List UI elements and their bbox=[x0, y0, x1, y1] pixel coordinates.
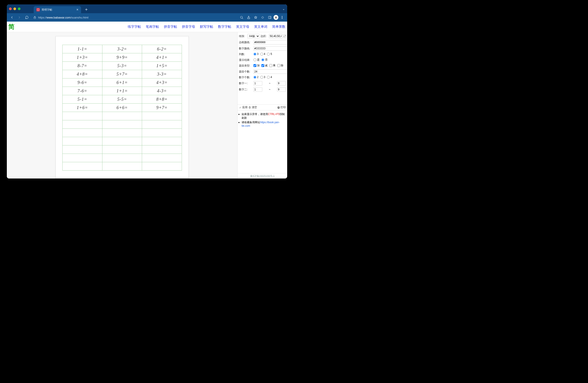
type-checkbox[interactable]: 除 bbox=[277, 64, 283, 68]
num2-label: 数字二: bbox=[239, 88, 252, 91]
type-checkbox[interactable]: 减 bbox=[261, 64, 268, 68]
margin-input[interactable] bbox=[269, 34, 283, 38]
nav-link[interactable]: 笔画字帖 bbox=[146, 25, 159, 29]
num2-max-input[interactable] bbox=[277, 87, 286, 92]
nav-link[interactable]: 英文单词 bbox=[254, 25, 267, 29]
worksheet-grid: 1-1=3-2=6-2=1+3=9+9=4+1=8-7=5-3=1+5=4+8=… bbox=[62, 45, 182, 171]
worksheet-cell bbox=[63, 129, 102, 137]
maximize-window-button[interactable] bbox=[18, 7, 21, 10]
worksheet-cell bbox=[102, 145, 142, 154]
back-button[interactable] bbox=[9, 14, 15, 21]
svg-rect-3 bbox=[269, 16, 271, 19]
worksheet-cell: 4-3= bbox=[142, 87, 182, 95]
showres-option[interactable]: 否 bbox=[261, 58, 268, 62]
count-input[interactable] bbox=[253, 69, 287, 74]
note-item: 如果显示异常，请使用CTRL+F5强制刷新 bbox=[242, 113, 286, 120]
preview-pane[interactable]: 1-1=3-2=6-2=1+3=9+9=4+1=8-7=5-3=1+5=4+8=… bbox=[7, 32, 237, 179]
worksheet-cell bbox=[142, 129, 182, 137]
note-item: 请收藏备用网址https://book.yan-tie.com bbox=[242, 121, 286, 127]
svg-point-6 bbox=[282, 18, 282, 19]
titlebar: 简明字帖 × ＋ ⌄ bbox=[7, 4, 287, 13]
worksheet-cell bbox=[63, 112, 102, 120]
sidepanel-button[interactable] bbox=[267, 14, 273, 21]
url-field[interactable]: https://www.babawar.com/suanshu.html bbox=[31, 14, 237, 21]
zoom-button[interactable] bbox=[238, 14, 245, 21]
menu-button[interactable] bbox=[279, 14, 285, 21]
showres-option[interactable]: 是 bbox=[253, 58, 260, 62]
num1-max-input[interactable] bbox=[277, 81, 286, 86]
print-button[interactable]: 打印 bbox=[277, 106, 286, 109]
worksheet-cell: 8-7= bbox=[63, 62, 102, 70]
address-bar: https://www.babawar.com/suanshu.html X bbox=[7, 13, 287, 22]
num1-min-input[interactable] bbox=[253, 81, 262, 86]
extensions-button[interactable] bbox=[259, 14, 266, 21]
tab-title: 简明字帖 bbox=[42, 8, 52, 12]
num1-label: 数字一: bbox=[239, 82, 252, 85]
worksheet-cell: 9+9= bbox=[102, 53, 142, 62]
cols-option[interactable]: 4 bbox=[260, 52, 265, 56]
nav-link[interactable]: 拼音字帖 bbox=[164, 25, 177, 29]
worksheet-cell: 4+1= bbox=[142, 53, 182, 62]
range-separator: ~ bbox=[263, 88, 276, 91]
nav-link[interactable]: 英文字母 bbox=[236, 25, 249, 29]
worksheet-cell: 3-3= bbox=[142, 70, 182, 78]
type-checkbox[interactable]: 乘 bbox=[269, 64, 275, 68]
worksheet-cell: 1+3= bbox=[63, 53, 102, 62]
svg-point-5 bbox=[282, 17, 282, 18]
url-host: www.babawar.com bbox=[47, 16, 70, 19]
reload-button[interactable] bbox=[23, 14, 30, 21]
worksheet-cell bbox=[142, 162, 182, 171]
worksheet-cell: 4+8= bbox=[63, 70, 102, 78]
digits-option[interactable]: 3 bbox=[260, 76, 265, 79]
type-checkbox[interactable]: 加 bbox=[253, 64, 260, 68]
nav-link[interactable]: 数字字帖 bbox=[218, 25, 231, 29]
apply-button[interactable]: 应用 bbox=[239, 106, 248, 109]
worksheet-cell bbox=[102, 154, 142, 162]
close-window-button[interactable] bbox=[9, 7, 12, 10]
profile-button[interactable]: X bbox=[273, 15, 278, 20]
digits-option[interactable]: 4 bbox=[267, 76, 272, 79]
cols-option[interactable]: 3 bbox=[253, 52, 258, 56]
worksheet-cell: 5-1= bbox=[63, 95, 102, 104]
worksheet-cell bbox=[102, 129, 142, 137]
paper-select[interactable]: A4纵向 bbox=[247, 34, 260, 38]
cols-option[interactable]: 5 bbox=[267, 52, 272, 56]
worksheet-cell bbox=[63, 162, 102, 171]
clear-button[interactable]: 清空 bbox=[248, 106, 257, 109]
page-content: 简 练字字帖 笔画字帖 拼音字帖 拼音字母 默写字帖 数字字帖 英文字母 英文单… bbox=[7, 22, 287, 179]
worksheet-cell bbox=[142, 137, 182, 145]
site-nav: 练字字帖 笔画字帖 拼音字帖 拼音字母 默写字帖 数字字帖 英文字母 英文单词 … bbox=[128, 25, 285, 29]
digits-label: 数字个数: bbox=[239, 76, 252, 79]
favicon-icon bbox=[36, 8, 40, 11]
worksheet-cell: 8+8= bbox=[142, 95, 182, 104]
digits-option[interactable]: 2 bbox=[253, 76, 258, 79]
margin-popout-button[interactable] bbox=[283, 34, 286, 38]
forward-button[interactable] bbox=[16, 14, 23, 21]
nav-link[interactable]: 拼音字母 bbox=[182, 25, 195, 29]
minimize-window-button[interactable] bbox=[13, 7, 16, 10]
svg-point-4 bbox=[282, 16, 282, 17]
worksheet-cell bbox=[63, 154, 102, 162]
tab-close-button[interactable]: × bbox=[76, 8, 78, 11]
share-button[interactable] bbox=[245, 14, 252, 21]
worksheet-cell: 7-6= bbox=[63, 87, 102, 95]
new-tab-button[interactable]: ＋ bbox=[84, 6, 88, 12]
site-logo[interactable]: 简 bbox=[8, 23, 15, 31]
worksheet-cell: 3-2= bbox=[102, 45, 142, 53]
action-bar: 应用 清空 打印 bbox=[238, 104, 287, 111]
tabs-dropdown-button[interactable]: ⌄ bbox=[282, 7, 285, 11]
worksheet-cell: 5+7= bbox=[102, 70, 142, 78]
num2-min-input[interactable] bbox=[253, 87, 262, 92]
browser-tab[interactable]: 简明字帖 × bbox=[34, 6, 81, 13]
worksheet-cell: 1+1= bbox=[102, 87, 142, 95]
border-color-input[interactable] bbox=[253, 40, 287, 45]
digit-color-input[interactable] bbox=[253, 46, 287, 51]
nav-link[interactable]: 练字字帖 bbox=[128, 25, 141, 29]
icp-link[interactable]: 豫ICP备15025156号-1 bbox=[250, 175, 274, 177]
bookmark-button[interactable] bbox=[252, 14, 259, 21]
worksheet-cell: 5-3= bbox=[102, 62, 142, 70]
digit-color-label: 数字颜色: bbox=[239, 47, 252, 50]
nav-link[interactable]: 简单算数 bbox=[272, 25, 285, 29]
nav-link[interactable]: 默写字帖 bbox=[200, 25, 213, 29]
notes-list: 如果显示异常，请使用CTRL+F5强制刷新 请收藏备用网址https://boo… bbox=[238, 111, 287, 129]
